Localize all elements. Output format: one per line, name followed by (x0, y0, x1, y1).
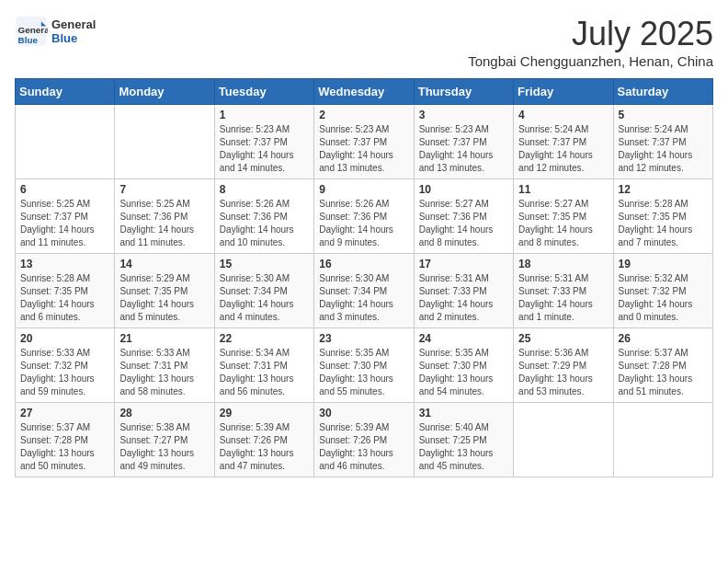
day-number: 25 (518, 332, 608, 345)
calendar-cell: 31Sunrise: 5:40 AM Sunset: 7:25 PM Dayli… (414, 403, 513, 477)
calendar-week-row: 13Sunrise: 5:28 AM Sunset: 7:35 PM Dayli… (16, 254, 713, 328)
day-number: 9 (319, 183, 408, 196)
day-info: Sunrise: 5:31 AM Sunset: 7:33 PM Dayligh… (518, 272, 608, 324)
calendar-cell (16, 105, 115, 179)
calendar-cell (613, 403, 712, 477)
calendar-cell: 27Sunrise: 5:37 AM Sunset: 7:28 PM Dayli… (16, 403, 115, 477)
weekday-header-friday: Friday (514, 79, 613, 105)
day-number: 11 (518, 183, 608, 196)
logo-general-text: General (51, 17, 96, 31)
day-number: 27 (20, 407, 109, 419)
calendar-cell: 22Sunrise: 5:34 AM Sunset: 7:31 PM Dayli… (214, 328, 313, 403)
day-number: 21 (119, 332, 209, 345)
weekday-header-tuesday: Tuesday (214, 79, 313, 105)
day-number: 4 (518, 109, 608, 121)
day-number: 31 (419, 407, 508, 419)
month-title: July 2025 (468, 15, 713, 53)
day-number: 5 (619, 109, 708, 121)
day-info: Sunrise: 5:34 AM Sunset: 7:31 PM Dayligh… (220, 347, 309, 398)
day-info: Sunrise: 5:27 AM Sunset: 7:35 PM Dayligh… (518, 198, 608, 249)
calendar-cell: 15Sunrise: 5:30 AM Sunset: 7:34 PM Dayli… (214, 254, 313, 328)
calendar-cell: 3Sunrise: 5:23 AM Sunset: 7:37 PM Daylig… (414, 105, 513, 179)
day-info: Sunrise: 5:28 AM Sunset: 7:35 PM Dayligh… (20, 272, 109, 324)
weekday-header-monday: Monday (115, 79, 214, 105)
day-info: Sunrise: 5:23 AM Sunset: 7:37 PM Dayligh… (419, 123, 508, 175)
calendar-cell: 14Sunrise: 5:29 AM Sunset: 7:35 PM Dayli… (115, 254, 214, 328)
day-number: 14 (119, 258, 209, 270)
calendar-cell: 9Sunrise: 5:26 AM Sunset: 7:36 PM Daylig… (314, 179, 414, 254)
day-info: Sunrise: 5:31 AM Sunset: 7:33 PM Dayligh… (419, 272, 508, 324)
calendar-cell: 11Sunrise: 5:27 AM Sunset: 7:35 PM Dayli… (514, 179, 613, 254)
day-number: 7 (119, 183, 209, 196)
weekday-header-wednesday: Wednesday (314, 79, 414, 105)
day-info: Sunrise: 5:29 AM Sunset: 7:35 PM Dayligh… (119, 272, 209, 324)
day-number: 20 (20, 332, 109, 345)
day-number: 28 (119, 407, 209, 419)
calendar-cell: 24Sunrise: 5:35 AM Sunset: 7:30 PM Dayli… (414, 328, 513, 403)
calendar-cell: 12Sunrise: 5:28 AM Sunset: 7:35 PM Dayli… (613, 179, 712, 254)
day-info: Sunrise: 5:23 AM Sunset: 7:37 PM Dayligh… (319, 123, 408, 175)
day-number: 16 (319, 258, 408, 270)
day-number: 1 (220, 109, 309, 121)
calendar-week-row: 27Sunrise: 5:37 AM Sunset: 7:28 PM Dayli… (16, 403, 713, 477)
day-info: Sunrise: 5:39 AM Sunset: 7:26 PM Dayligh… (220, 421, 309, 473)
day-info: Sunrise: 5:30 AM Sunset: 7:34 PM Dayligh… (220, 272, 309, 324)
day-number: 6 (20, 183, 109, 196)
calendar-cell: 5Sunrise: 5:24 AM Sunset: 7:37 PM Daylig… (613, 105, 712, 179)
weekday-header-row: SundayMondayTuesdayWednesdayThursdayFrid… (16, 79, 713, 105)
calendar-cell: 4Sunrise: 5:24 AM Sunset: 7:37 PM Daylig… (514, 105, 613, 179)
day-number: 13 (20, 258, 109, 270)
day-number: 3 (419, 109, 508, 121)
weekday-header-saturday: Saturday (613, 79, 712, 105)
day-number: 23 (319, 332, 408, 345)
calendar-week-row: 20Sunrise: 5:33 AM Sunset: 7:32 PM Dayli… (16, 328, 713, 403)
day-number: 15 (220, 258, 309, 270)
calendar-cell: 26Sunrise: 5:37 AM Sunset: 7:28 PM Dayli… (613, 328, 712, 403)
day-info: Sunrise: 5:33 AM Sunset: 7:31 PM Dayligh… (119, 347, 209, 398)
day-info: Sunrise: 5:35 AM Sunset: 7:30 PM Dayligh… (319, 347, 408, 398)
day-number: 17 (419, 258, 508, 270)
calendar-cell (115, 105, 214, 179)
svg-text:Blue: Blue (18, 35, 39, 45)
calendar-cell: 21Sunrise: 5:33 AM Sunset: 7:31 PM Dayli… (115, 328, 214, 403)
day-number: 10 (419, 183, 508, 196)
day-number: 2 (319, 109, 408, 121)
day-info: Sunrise: 5:30 AM Sunset: 7:34 PM Dayligh… (319, 272, 408, 324)
calendar-cell: 6Sunrise: 5:25 AM Sunset: 7:37 PM Daylig… (16, 179, 115, 254)
day-info: Sunrise: 5:24 AM Sunset: 7:37 PM Dayligh… (619, 123, 708, 175)
day-info: Sunrise: 5:32 AM Sunset: 7:32 PM Dayligh… (619, 272, 708, 324)
day-info: Sunrise: 5:35 AM Sunset: 7:30 PM Dayligh… (419, 347, 508, 398)
logo: General Blue General Blue (15, 15, 96, 48)
day-info: Sunrise: 5:28 AM Sunset: 7:35 PM Dayligh… (619, 198, 708, 249)
logo-blue-text: Blue (51, 31, 96, 45)
day-number: 30 (319, 407, 408, 419)
calendar-cell: 30Sunrise: 5:39 AM Sunset: 7:26 PM Dayli… (314, 403, 414, 477)
day-info: Sunrise: 5:40 AM Sunset: 7:25 PM Dayligh… (419, 421, 508, 473)
day-info: Sunrise: 5:37 AM Sunset: 7:28 PM Dayligh… (20, 421, 109, 473)
calendar-cell: 20Sunrise: 5:33 AM Sunset: 7:32 PM Dayli… (16, 328, 115, 403)
calendar-cell: 13Sunrise: 5:28 AM Sunset: 7:35 PM Dayli… (16, 254, 115, 328)
day-info: Sunrise: 5:25 AM Sunset: 7:37 PM Dayligh… (20, 198, 109, 249)
calendar-cell: 28Sunrise: 5:38 AM Sunset: 7:27 PM Dayli… (115, 403, 214, 477)
calendar-cell: 1Sunrise: 5:23 AM Sunset: 7:37 PM Daylig… (214, 105, 313, 179)
calendar-cell: 23Sunrise: 5:35 AM Sunset: 7:30 PM Dayli… (314, 328, 414, 403)
day-number: 22 (220, 332, 309, 345)
calendar-cell: 7Sunrise: 5:25 AM Sunset: 7:36 PM Daylig… (115, 179, 214, 254)
day-number: 19 (619, 258, 708, 270)
calendar-table: SundayMondayTuesdayWednesdayThursdayFrid… (15, 78, 713, 477)
logo-icon: General Blue (15, 15, 48, 48)
calendar-week-row: 1Sunrise: 5:23 AM Sunset: 7:37 PM Daylig… (16, 105, 713, 179)
day-info: Sunrise: 5:26 AM Sunset: 7:36 PM Dayligh… (220, 198, 309, 249)
location-title: Tongbai Chengguanzhen, Henan, China (468, 53, 713, 69)
page-header: General Blue General Blue July 2025 Tong… (15, 15, 713, 69)
day-number: 24 (419, 332, 508, 345)
calendar-cell: 10Sunrise: 5:27 AM Sunset: 7:36 PM Dayli… (414, 179, 513, 254)
day-info: Sunrise: 5:25 AM Sunset: 7:36 PM Dayligh… (119, 198, 209, 249)
day-info: Sunrise: 5:26 AM Sunset: 7:36 PM Dayligh… (319, 198, 408, 249)
day-info: Sunrise: 5:36 AM Sunset: 7:29 PM Dayligh… (518, 347, 608, 398)
day-info: Sunrise: 5:27 AM Sunset: 7:36 PM Dayligh… (419, 198, 508, 249)
calendar-cell: 17Sunrise: 5:31 AM Sunset: 7:33 PM Dayli… (414, 254, 513, 328)
calendar-cell: 25Sunrise: 5:36 AM Sunset: 7:29 PM Dayli… (514, 328, 613, 403)
calendar-cell: 19Sunrise: 5:32 AM Sunset: 7:32 PM Dayli… (613, 254, 712, 328)
day-info: Sunrise: 5:39 AM Sunset: 7:26 PM Dayligh… (319, 421, 408, 473)
